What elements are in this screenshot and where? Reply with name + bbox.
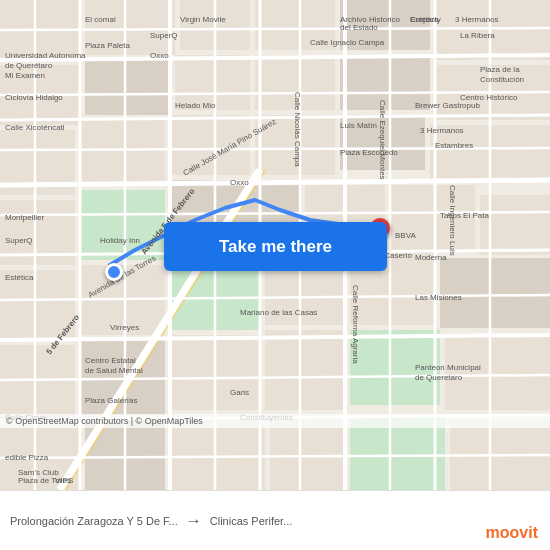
svg-text:edible Pizza: edible Pizza bbox=[5, 453, 49, 462]
svg-text:Panteon Municipal: Panteon Municipal bbox=[415, 363, 481, 372]
svg-text:Estética: Estética bbox=[410, 15, 439, 24]
svg-text:Mariano de las Casas: Mariano de las Casas bbox=[240, 308, 317, 317]
svg-text:Montpellier: Montpellier bbox=[5, 213, 44, 222]
origin-label: Prolongación Zaragoza Y 5 De F... bbox=[10, 515, 178, 527]
svg-text:Mi Examen: Mi Examen bbox=[5, 71, 45, 80]
svg-text:Virgin Movile: Virgin Movile bbox=[180, 15, 226, 24]
destination-label: Clinicas Perifer... bbox=[210, 515, 293, 527]
svg-rect-31 bbox=[0, 345, 75, 420]
svg-text:3 Hermanos: 3 Hermanos bbox=[455, 15, 499, 24]
svg-text:Virreyes: Virreyes bbox=[110, 323, 139, 332]
svg-text:Estambres: Estambres bbox=[435, 141, 473, 150]
svg-text:Ciclovía Hidalgo: Ciclovía Hidalgo bbox=[5, 93, 63, 102]
moovit-logo: moovit bbox=[486, 524, 538, 542]
svg-rect-20 bbox=[80, 190, 165, 260]
svg-text:Calle Ignacio Campa: Calle Ignacio Campa bbox=[310, 38, 385, 47]
svg-text:Helado Mio: Helado Mio bbox=[175, 101, 216, 110]
svg-text:Garis: Garis bbox=[230, 388, 249, 397]
route-arrow-icon: → bbox=[186, 512, 202, 530]
svg-text:Plaza de la: Plaza de la bbox=[480, 65, 520, 74]
svg-rect-14 bbox=[80, 120, 165, 185]
svg-text:Oxxo: Oxxo bbox=[150, 51, 169, 60]
svg-text:Luis Matín: Luis Matín bbox=[340, 121, 377, 130]
svg-text:Calle Nicolás Campa: Calle Nicolás Campa bbox=[293, 92, 302, 167]
svg-text:Las Misiones: Las Misiones bbox=[415, 293, 462, 302]
svg-text:Plaza Escobedo: Plaza Escobedo bbox=[340, 148, 398, 157]
svg-rect-6 bbox=[435, 0, 550, 60]
svg-text:Calle Reforma Agraria: Calle Reforma Agraria bbox=[351, 285, 360, 364]
svg-text:Plaza Paleta: Plaza Paleta bbox=[85, 41, 130, 50]
svg-text:VIPS: VIPS bbox=[55, 476, 73, 485]
svg-text:Moderna: Moderna bbox=[415, 253, 447, 262]
svg-text:de Queretaro: de Queretaro bbox=[415, 373, 463, 382]
svg-text:SuperQ: SuperQ bbox=[5, 236, 33, 245]
current-location-marker bbox=[105, 263, 123, 281]
svg-text:Calle Ezequiel Montes: Calle Ezequiel Montes bbox=[378, 100, 387, 180]
svg-text:SuperQ: SuperQ bbox=[150, 31, 178, 40]
svg-text:de Querétaro: de Querétaro bbox=[5, 61, 53, 70]
svg-rect-34 bbox=[265, 330, 345, 410]
svg-text:de Salud Mental: de Salud Mental bbox=[85, 366, 143, 375]
svg-text:3 Hermanos: 3 Hermanos bbox=[420, 126, 464, 135]
svg-text:BBVA: BBVA bbox=[395, 231, 416, 240]
svg-text:Calle Xicoténcatl: Calle Xicoténcatl bbox=[5, 123, 65, 132]
map-attribution: © OpenStreetMap contributors | © OpenMap… bbox=[0, 414, 550, 428]
map-container: Calle José María Pino Suárez Calle Ignac… bbox=[0, 0, 550, 490]
svg-text:del Estado: del Estado bbox=[340, 23, 378, 32]
take-me-there-button[interactable]: Take me there bbox=[164, 222, 387, 271]
svg-rect-8 bbox=[85, 60, 170, 115]
svg-text:La Ribera: La Ribera bbox=[460, 31, 495, 40]
svg-text:Universidad Autonoma: Universidad Autonoma bbox=[5, 51, 86, 60]
svg-text:El comal: El comal bbox=[85, 15, 116, 24]
bottom-navigation-bar: Prolongación Zaragoza Y 5 De F... → Clin… bbox=[0, 490, 550, 550]
svg-text:Calle Ingeniero Luis: Calle Ingeniero Luis bbox=[448, 185, 457, 256]
svg-text:Constitución: Constitución bbox=[480, 75, 524, 84]
svg-text:Plaza Galerías: Plaza Galerías bbox=[85, 396, 137, 405]
svg-text:Centro Estatal: Centro Estatal bbox=[85, 356, 136, 365]
svg-text:Tacos El Pata: Tacos El Pata bbox=[440, 211, 489, 220]
svg-text:Estética: Estética bbox=[5, 273, 34, 282]
svg-text:Oxxo: Oxxo bbox=[230, 178, 249, 187]
svg-text:Brewer Gastropub: Brewer Gastropub bbox=[415, 101, 480, 110]
svg-text:Holiday Inn: Holiday Inn bbox=[100, 236, 140, 245]
